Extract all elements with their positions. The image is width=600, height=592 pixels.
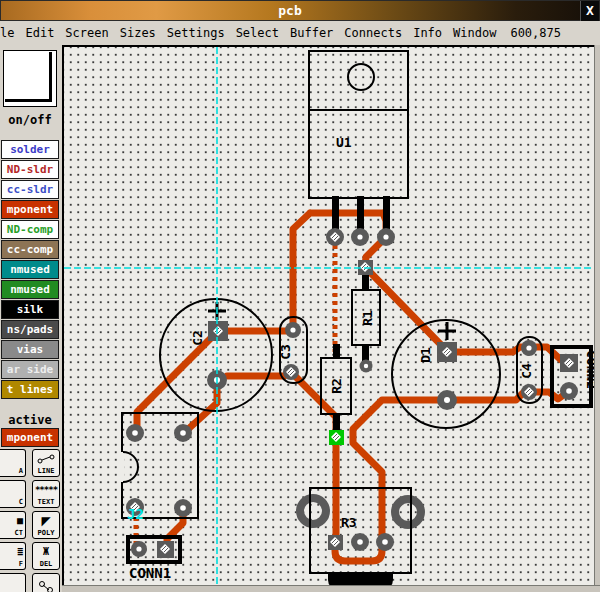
close-button[interactable]: X [580,1,599,22]
menu-item-sizes[interactable]: Sizes [120,26,156,40]
tool-button-clipped-5[interactable] [0,573,26,592]
label-CONN1: CONN1 [129,565,171,581]
label-C4: C4 [519,363,534,379]
rect-icon: ■ [17,512,23,529]
tool-button-del[interactable]: Ж DEL [32,542,60,570]
layer-button-unused-1[interactable]: nmused [1,260,59,279]
polygon-icon: ◤ [41,512,50,529]
tool-button-text[interactable]: ***** TEXT [32,480,60,508]
tool-button-line[interactable]: LINE [32,449,60,477]
component-U1[interactable] [309,51,408,198]
layer-button-component[interactable]: mponent [1,200,59,219]
label-R3: R3 [341,515,357,530]
menu-item-file-clipped[interactable]: le [0,26,14,40]
layer-button-vcc-sldr[interactable]: cc-sldr [1,180,59,199]
tool-label-fragment: A [19,467,23,475]
layer-button-unused-2[interactable]: nmused [1,280,59,299]
tool-button-arc-clipped[interactable]: C [0,480,26,508]
pcb-drawing: U1 R1 R2 R3 C2 C3 C4 D1 CONN2 CONN1 J2 [62,45,600,592]
menu-item-settings[interactable]: Settings [167,26,225,40]
pcb-canvas[interactable]: U1 R1 R2 R3 C2 C3 C4 D1 CONN2 CONN1 J2 [62,45,600,592]
active-layer-button[interactable]: mponent [1,428,59,447]
menu-item-info[interactable]: Info [413,26,442,40]
crosshair-lines [64,47,600,592]
active-label: active [0,413,60,427]
label-D1: D1 [418,347,433,363]
layer-button-rat-lines[interactable]: t lines [1,380,59,399]
layout-preview-inner [5,52,52,102]
onoff-label: on/off [0,113,60,127]
tool-label: POLY [38,529,55,537]
selected-green-pad[interactable] [329,430,344,445]
layer-sidebar: on/off solder ND-sldr cc-sldr mponent ND… [0,45,62,592]
menu-item-edit[interactable]: Edit [25,26,54,40]
tool-label: LINE [38,467,55,475]
layer-button-vias[interactable]: vias [1,340,59,359]
copper-traces[interactable] [137,213,568,561]
menu-item-select[interactable]: Select [236,26,279,40]
label-R1: R1 [360,310,375,326]
rat-line-icon [38,574,54,592]
line-icon [37,450,55,467]
tool-button-poly[interactable]: ◤ POLY [32,511,60,539]
label-C3: C3 [278,344,293,360]
label-C2: C2 [190,330,205,346]
tool-button-rect-clipped[interactable]: ■ CT [0,511,26,539]
tool-palette: A LINE C ***** TEXT [0,449,62,592]
tool-label-fragment: CT [15,529,23,537]
layer-button-silk[interactable]: silk [1,300,59,319]
layer-button-stack: solder ND-sldr cc-sldr mponent ND-comp c… [1,140,59,400]
cursor-coordinate-readout: 600,875 [510,26,561,40]
layer-button-solder[interactable]: solder [1,140,59,159]
layer-button-far-side[interactable]: ar side [1,360,59,379]
layer-button-vcc-comp[interactable]: cc-comp [1,240,59,259]
label-J2-highlighted: J2 [127,506,144,522]
layer-button-gnd-comp[interactable]: ND-comp [1,220,59,239]
label-U1: U1 [336,135,352,150]
bottom-window-edge-scrollbar[interactable] [62,585,600,592]
tool-label-fragment: C [19,498,23,506]
tool-label-fragment: F [19,560,23,568]
right-window-edge-scrollbar[interactable] [594,45,600,592]
buffer-icon: ≣ [17,543,23,560]
tool-button-via-clipped[interactable]: A [0,449,26,477]
menu-bar: le Edit Screen Sizes Settings Select Buf… [0,21,600,45]
delete-bug-icon: Ж [43,543,49,560]
tool-label: TEXT [38,498,55,506]
menu-item-connects[interactable]: Connects [344,26,402,40]
menu-item-window[interactable]: Window [453,26,496,40]
component-D1[interactable] [392,320,500,428]
text-icon: ***** [35,481,57,498]
tool-label: DEL [40,560,53,568]
layer-button-pins-pads[interactable]: ns/pads [1,320,59,339]
window-title: pcb [1,3,579,18]
layout-preview-box[interactable] [3,50,57,107]
title-bar[interactable]: pcb X [0,0,600,21]
layer-button-gnd-sldr[interactable]: ND-sldr [1,160,59,179]
tool-button-buf-clipped[interactable]: ≣ F [0,542,26,570]
tool-button-rat[interactable] [32,573,60,592]
pcb-window: pcb X le Edit Screen Sizes Settings Sele… [0,0,600,592]
menu-item-buffer[interactable]: Buffer [290,26,333,40]
menu-item-screen[interactable]: Screen [65,26,108,40]
label-R2: R2 [329,378,344,394]
